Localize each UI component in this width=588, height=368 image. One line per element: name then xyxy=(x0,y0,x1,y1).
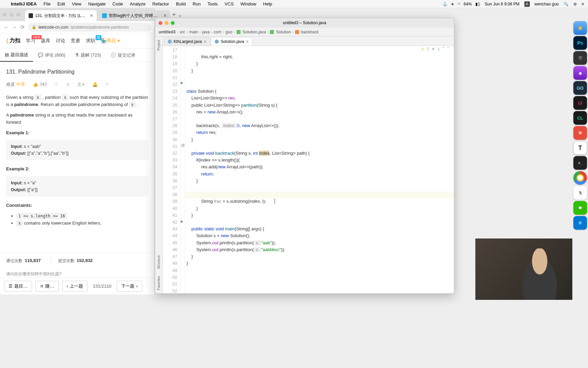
tab-close-icon[interactable]: ✕ xyxy=(163,13,167,18)
breadcrumb[interactable]: untitled3› src› main› java› com› guo› So… xyxy=(155,28,454,36)
nav-back-icon[interactable]: ← xyxy=(3,24,9,30)
address-bar[interactable]: 🔒 leetcode-cn.com/problems/palindrome-pa… xyxy=(28,23,151,32)
browser-tab-active[interactable]: 131. 分割回文串 - 力扣 (LeetC ✕ xyxy=(25,10,97,21)
class-icon xyxy=(168,40,172,44)
constraints-list: 1 <= s.length <= 16 s contains only lowe… xyxy=(16,213,148,227)
dock-qq[interactable]: 🐧 xyxy=(573,186,587,200)
macos-menubar: IntelliJ IDEA File Edit View Navigate Co… xyxy=(0,0,588,8)
tab-description[interactable]: ▤ 题目描述 xyxy=(0,48,33,62)
dock-photoshop[interactable]: Ps xyxy=(573,36,587,50)
random-button[interactable]: ⤭ 随… xyxy=(35,281,59,292)
dock-wps[interactable]: W xyxy=(573,126,587,140)
close-icon[interactable]: ✕ xyxy=(203,40,207,44)
run-gutter-icon[interactable]: ▶ xyxy=(181,219,183,223)
code-editor[interactable]: ⚠7 ✔1 ˄˅ 17 18 19 20 21 22 23 24 25 26 2… xyxy=(163,46,454,293)
menubar-app-name[interactable]: IntelliJ IDEA xyxy=(11,1,37,6)
bluetooth-icon[interactable]: ∗ xyxy=(451,2,454,6)
dock-intellij[interactable]: IJ xyxy=(573,96,587,110)
menubar-username[interactable]: wenchao guo xyxy=(535,2,559,6)
menu-vcs[interactable]: VCS xyxy=(225,1,234,6)
menu-analyze[interactable]: Analyze xyxy=(130,1,146,6)
menu-edit[interactable]: Edit xyxy=(58,1,65,6)
leetcode-logo[interactable]: ⟨力扣 xyxy=(6,37,20,44)
problem-list-button[interactable]: ☰ 题目… xyxy=(4,281,32,292)
run-gutter-icon[interactable]: ▶ xyxy=(181,81,183,85)
nav-reload-icon[interactable]: ⟳ xyxy=(20,24,25,30)
ide-traffic-lights[interactable] xyxy=(159,21,175,25)
dock-terminal[interactable]: >_ xyxy=(573,156,587,170)
menu-refactor[interactable]: Refactor xyxy=(152,1,169,6)
star-icon[interactable]: ☆ xyxy=(54,81,59,88)
dock-goland[interactable]: GO xyxy=(573,81,587,95)
nav-compete[interactable]: 竞赛 xyxy=(71,38,80,44)
menubar-datetime[interactable]: Sun Jun 6 9:08 PM xyxy=(485,2,520,6)
dock-chrome[interactable] xyxy=(573,171,587,185)
next-button[interactable]: 下一题 › xyxy=(117,281,142,292)
nav-forward-icon[interactable]: → xyxy=(12,24,17,30)
menu-help[interactable]: Help xyxy=(263,1,272,6)
tab-submissions[interactable]: 🕘 提交记录 xyxy=(106,48,140,62)
control-center-icon[interactable]: ⊜ xyxy=(573,2,577,6)
dock-finalcut[interactable]: 🎬 xyxy=(573,51,587,65)
dock-clion[interactable]: CL xyxy=(573,111,587,125)
browser-traffic-lights[interactable] xyxy=(3,13,20,17)
menu-tools[interactable]: Tools xyxy=(208,1,218,6)
wifi-icon[interactable]: ⌔ xyxy=(458,2,460,6)
tab-comments[interactable]: 💬 评论 (600) xyxy=(33,48,70,62)
bell-icon[interactable]: 🔔 xyxy=(92,81,98,88)
menu-build[interactable]: Build xyxy=(176,1,186,6)
browser-toolbar: ← → ⟳ 🔒 leetcode-cn.com/problems/palindr… xyxy=(0,21,154,33)
nav-store[interactable]: 🏪商店 ▾ xyxy=(101,38,120,44)
feedback-icon[interactable]: ⚐ xyxy=(105,81,109,88)
menubar-list-icon[interactable]: ≡ xyxy=(582,2,584,6)
dock-textedit[interactable]: T xyxy=(573,141,587,155)
share-icon[interactable]: ⇪ xyxy=(66,81,70,88)
line-gutter[interactable]: 17 18 19 20 21 22 23 24 25 26 27 28 29 3… xyxy=(163,46,180,293)
tool-structure[interactable]: Structure xyxy=(156,252,161,273)
like-button[interactable]: 👍 747 xyxy=(33,81,47,88)
dock-wechat[interactable]: 💬 xyxy=(573,201,587,215)
fold-strip[interactable]: ▶ @ ▶ xyxy=(180,46,185,293)
menu-view[interactable]: View xyxy=(72,1,81,6)
example-1-block: Input: s = "aab" Output: [["a","a","b"],… xyxy=(6,140,148,160)
file-tab-solution[interactable]: Solution.java✕ xyxy=(211,37,252,46)
tab-title: 131. 分割回文串 - 力扣 (LeetC xyxy=(35,13,86,19)
tool-project[interactable]: Project xyxy=(156,36,161,54)
example-2-heading: Example 2: xyxy=(6,166,30,171)
tool-favorites[interactable]: Favorites xyxy=(156,273,161,293)
prev-button[interactable]: ‹ 上一题 xyxy=(62,281,87,292)
translate-icon[interactable]: 文A xyxy=(77,81,85,88)
nav-discuss[interactable]: 讨论 xyxy=(56,38,65,44)
left-tool-strip[interactable]: Project Structure Favorites xyxy=(155,36,163,293)
nav-jobs[interactable]: 求职招 xyxy=(86,38,95,44)
file-tabs: KthLargest.java✕ Solution.java✕ xyxy=(163,36,454,46)
menu-window[interactable]: Window xyxy=(241,1,256,6)
constraints-heading: Constraints: xyxy=(6,203,32,208)
menu-run[interactable]: Run xyxy=(193,1,201,6)
dock-finder[interactable]: 🙂 xyxy=(573,21,587,35)
nav-bank[interactable]: 题库 xyxy=(41,38,50,44)
tab-solutions[interactable]: ⚗ 题解 (723) xyxy=(70,48,106,62)
difficulty-badge: 中等 xyxy=(16,82,25,87)
menu-file[interactable]: File xyxy=(44,1,51,6)
tab-close-icon[interactable]: ✕ xyxy=(90,13,93,18)
battery-icon: ▮▯ xyxy=(475,2,480,6)
menu-navigate[interactable]: Navigate xyxy=(88,1,105,6)
battery-percent: 64% xyxy=(463,2,472,6)
override-gutter-icon[interactable]: @ xyxy=(181,143,185,147)
menu-code[interactable]: Code xyxy=(112,1,123,6)
close-icon[interactable]: ✕ xyxy=(246,40,249,44)
example-1-heading: Example 1: xyxy=(6,130,30,135)
ide-titlebar[interactable]: untitled3 – Solution.java xyxy=(155,18,454,28)
code-lines[interactable]: this.right = right; } } class Solution {… xyxy=(185,46,454,293)
file-tab-kthlargest[interactable]: KthLargest.java✕ xyxy=(164,37,210,46)
nav-study[interactable]: 学习NEW xyxy=(26,38,35,44)
new-tab-button[interactable]: + xyxy=(172,11,176,18)
docker-icon[interactable]: ⚓ xyxy=(442,2,447,6)
dock-screenrecord[interactable]: ◉ xyxy=(573,66,587,80)
tab-overflow-icon[interactable]: ⌄ xyxy=(178,12,182,18)
macos-dock: 🙂 Ps 🎬 ◉ GO IJ CL W T >_ 🐧 💬 O xyxy=(572,20,588,231)
user-badge[interactable]: A xyxy=(524,1,530,7)
dock-outlook[interactable]: O xyxy=(573,216,587,230)
spotlight-icon[interactable]: 🔍 xyxy=(564,2,569,6)
